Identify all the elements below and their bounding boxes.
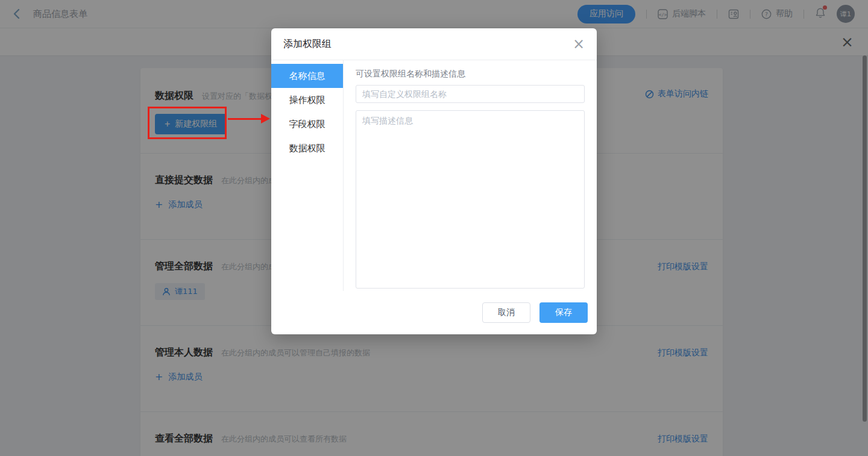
modal-header: 添加权限组 ×	[271, 28, 597, 60]
group-description-textarea[interactable]	[356, 110, 585, 289]
add-permission-group-modal: 添加权限组 × 名称信息 操作权限 字段权限 数据权限 可设置权限组名称和描述信…	[271, 28, 597, 334]
form-hint-label: 可设置权限组名称和描述信息	[356, 69, 585, 80]
modal-title: 添加权限组	[283, 38, 332, 51]
modal-footer: 取消 保存	[271, 291, 597, 334]
cancel-button[interactable]: 取消	[482, 302, 530, 323]
modal-close-icon[interactable]: ×	[573, 37, 585, 51]
save-button[interactable]: 保存	[539, 302, 588, 323]
tab-data-permission[interactable]: 数据权限	[271, 136, 343, 160]
tab-field-permission[interactable]: 字段权限	[271, 112, 343, 136]
modal-body: 名称信息 操作权限 字段权限 数据权限 可设置权限组名称和描述信息	[271, 60, 597, 291]
modal-tabs: 名称信息 操作权限 字段权限 数据权限	[271, 60, 344, 291]
tab-operation-permission[interactable]: 操作权限	[271, 88, 343, 112]
tab-name-info[interactable]: 名称信息	[271, 64, 343, 88]
group-name-input[interactable]	[356, 85, 585, 103]
modal-form: 可设置权限组名称和描述信息	[344, 60, 597, 291]
